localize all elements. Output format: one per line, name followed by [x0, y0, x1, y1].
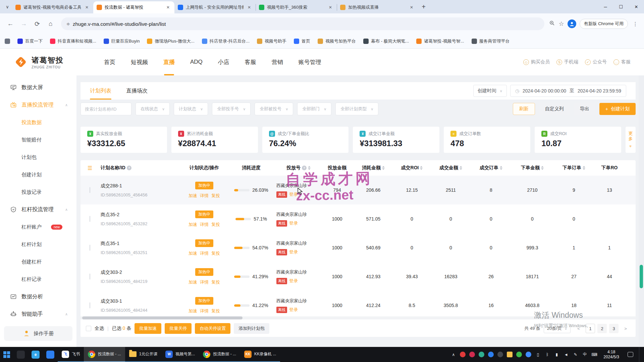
horizontal-scrollbar-thumb[interactable] — [82, 316, 243, 319]
sidebar-item-杠杆账户[interactable]: 杠杆账户new — [0, 218, 76, 236]
bluetooth-icon[interactable]: ᛒ — [544, 352, 550, 357]
op-link-详情[interactable]: 详情 — [200, 308, 209, 314]
app-nav-首页[interactable]: 首页 — [104, 49, 115, 75]
login-link[interactable]: 登录 — [289, 220, 298, 226]
date-range-picker[interactable]: ◷ 2024-04-20 00:00:00 至 2024-04-20 23:59… — [510, 85, 626, 97]
more-stats-button[interactable]: 更多» — [626, 127, 636, 153]
browser-tab[interactable]: 上网导航 - 安全实用的网址导航✕ — [174, 1, 256, 13]
op-link-加速[interactable]: 加速 — [189, 250, 197, 256]
op-link-复投[interactable]: 复投 — [211, 222, 220, 228]
taskbar-kk-recorder[interactable]: KKKK录像机 ... — [240, 347, 280, 362]
new-tab-button[interactable]: + — [418, 3, 429, 11]
back-icon[interactable]: ← — [5, 18, 16, 29]
column-header-下单金额[interactable]: 下单金额 — [511, 165, 553, 171]
filter-dropdown-全部部门[interactable]: 全部部门∨ — [297, 103, 331, 115]
customize-columns-button[interactable]: 自定义列 — [539, 103, 570, 115]
minimize-button[interactable]: ─ — [598, 0, 613, 13]
manual-button[interactable]: 操作手册 — [4, 326, 72, 341]
row-checkbox[interactable] — [90, 302, 90, 308]
bookmark-service[interactable]: 服务商管理平台 — [472, 38, 510, 44]
taskbar-chrome-1[interactable]: 投流数据 - ... — [84, 347, 125, 362]
bookmark-douyin[interactable]: 抖音直播和短视频... — [50, 38, 96, 44]
op-link-复投[interactable]: 复投 — [211, 193, 220, 199]
ime-zh-indicator[interactable]: 中 — [582, 352, 588, 357]
app-nav-短视频[interactable]: 短视频 — [131, 49, 148, 75]
tab-close-icon[interactable]: ✕ — [84, 4, 90, 10]
support-link[interactable]: …客服 — [613, 59, 631, 65]
row-checkbox[interactable] — [90, 245, 90, 251]
app-nav-客服[interactable]: 客服 — [245, 49, 256, 75]
pen-icon[interactable]: ✎ — [573, 352, 578, 357]
op-link-详情[interactable]: 详情 — [200, 279, 209, 285]
filter-dropdown-全部被投号[interactable]: 全部被投号∨ — [255, 103, 293, 115]
buy-membership-link[interactable]: ◇购买会员 — [523, 59, 550, 65]
page-button-3[interactable]: 3 — [609, 324, 619, 333]
profile-avatar[interactable] — [568, 19, 576, 28]
url-bar[interactable]: ≑ zhuge.v-ma.com/#/live-studio/live-plan… — [61, 17, 544, 30]
sidebar-item-直播投流管理[interactable]: 直播投流管理∧ — [0, 96, 76, 114]
op-link-加速[interactable]: 加速 — [189, 279, 197, 285]
column-header-计划状态/操作[interactable]: 计划状态/操作 — [182, 165, 226, 171]
reload-icon[interactable]: ⟳ — [32, 18, 43, 29]
info-icon[interactable]: ? — [127, 166, 131, 170]
sidebar-item-杠杆记录[interactable]: 杠杆记录 — [0, 270, 76, 288]
sort-icon[interactable] — [541, 166, 544, 170]
sidebar-item-投流数据[interactable]: 投流数据 — [0, 114, 76, 131]
op-link-加速[interactable]: 加速 — [189, 308, 197, 314]
app-nav-小店[interactable]: 小店 — [218, 49, 229, 75]
tray-app-shield[interactable] — [526, 352, 531, 357]
op-link-详情[interactable]: 详情 — [200, 193, 209, 199]
sidebar-item-杠杆计划[interactable]: 杠杆计划 — [0, 236, 76, 253]
app-nav-账号管理[interactable]: 账号管理 — [299, 49, 321, 75]
tab-close-icon[interactable]: ✕ — [327, 4, 333, 10]
browser-tab[interactable]: 诸葛智投-视频号电商必备工具✕ — [12, 1, 93, 13]
op-link-复投[interactable]: 复投 — [211, 250, 220, 256]
tab-close-icon[interactable]: ✕ — [165, 4, 171, 10]
keyboard-icon[interactable]: ⌨ — [591, 352, 597, 357]
sidebar-item-杠杆投流管理[interactable]: 杠杆投流管理∧ — [0, 201, 76, 218]
search-input[interactable] — [80, 103, 131, 115]
column-header-消耗金额[interactable]: 消耗金额 — [354, 165, 393, 171]
browser-tab[interactable]: 加热视频或直播✕ — [337, 1, 418, 13]
select-all-checkbox[interactable] — [86, 326, 91, 331]
bookmark-weixianchang[interactable]: 微现场Plus-微信大... — [147, 38, 194, 44]
tab-close-icon[interactable]: ✕ — [246, 4, 252, 10]
refresh-button[interactable]: 刷新 — [513, 103, 535, 115]
sort-icon[interactable] — [460, 166, 462, 170]
column-header-下单RO[interactable]: 下单RO — [594, 165, 625, 171]
browser-tab[interactable]: 投流数据 - 诸葛智投✕ — [93, 1, 174, 13]
column-header-计划名称/ID[interactable]: 计划名称/ID? — [99, 165, 182, 171]
sidebar-item-投放记录[interactable]: 投放记录 — [0, 183, 76, 201]
browser-icon[interactable] — [43, 347, 58, 362]
filter-dropdown-计划状态[interactable]: 计划状态∨ — [174, 103, 208, 115]
op-link-加速[interactable]: 加速 — [189, 222, 197, 228]
dark-app-icon[interactable] — [13, 347, 28, 362]
sidebar-item-创建杠杆[interactable]: 创建杠杆 — [0, 253, 76, 270]
volume-icon[interactable]: ◄ — [563, 352, 569, 357]
batch-stop-button[interactable]: 批量关停 — [165, 323, 192, 334]
add-to-package-button[interactable]: 添加到计划包 — [234, 323, 269, 334]
bookmark-heating[interactable]: 视频号加热平台 — [318, 38, 356, 44]
op-link-详情[interactable]: 详情 — [200, 250, 209, 256]
forward-icon[interactable]: → — [18, 18, 30, 29]
tray-app-crimson[interactable] — [469, 352, 475, 357]
edge-icon[interactable]: e — [28, 347, 43, 362]
bookmark-buyin[interactable]: 巨量百应Buyin — [104, 38, 140, 44]
tab-计划列表[interactable]: 计划列表 — [90, 82, 111, 100]
tray-app-green[interactable] — [516, 352, 522, 357]
taskbar-chrome-2[interactable]: 投流数据 - ... — [199, 347, 240, 362]
next-page-button[interactable]: > — [621, 324, 630, 333]
vertical-scrollbar-thumb[interactable] — [640, 265, 643, 288]
sort-icon[interactable] — [500, 166, 502, 170]
tab-search-icon[interactable]: ∨ — [3, 4, 12, 9]
sort-icon[interactable] — [583, 166, 585, 170]
tray-app-dark[interactable] — [497, 352, 503, 357]
op-link-详情[interactable]: 详情 — [200, 222, 209, 228]
login-link[interactable]: 登录 — [289, 307, 298, 313]
sidebar-item-创建计划[interactable]: 创建计划 — [0, 166, 76, 183]
sort-icon[interactable] — [308, 166, 311, 170]
sidebar-item-智能赔付[interactable]: 智能赔付 — [0, 131, 76, 148]
sort-icon[interactable] — [382, 166, 385, 170]
sidebar-item-数据大屏[interactable]: 数据大屏 — [0, 79, 76, 96]
login-link[interactable]: 登录 — [289, 278, 298, 284]
